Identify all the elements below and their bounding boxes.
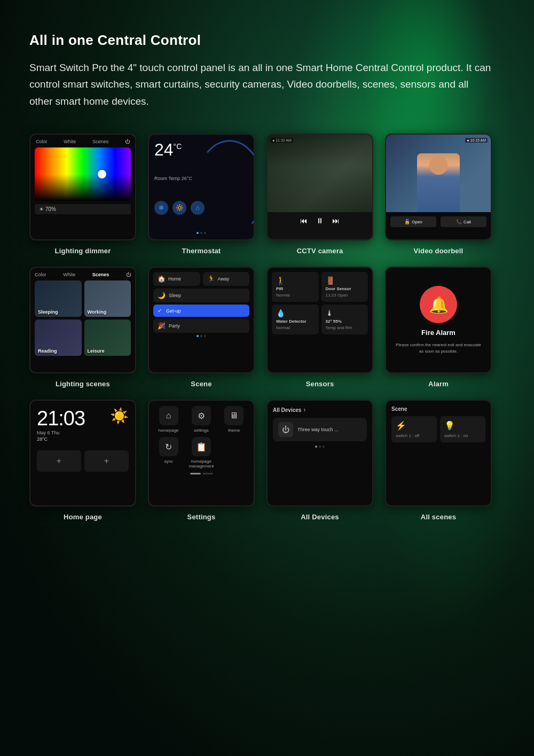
water-name: Water Detector xyxy=(276,319,315,324)
hp-shortcut-1[interactable]: + xyxy=(37,450,81,472)
device-alarm: 🔔 Fire Alarm Please confirm the nearest … xyxy=(385,267,492,388)
getup-label: Get-up xyxy=(166,308,181,314)
scene-mode-home[interactable]: 🏠 Home xyxy=(153,272,200,286)
scene-schedule-sleep[interactable]: 🌙 Sleep xyxy=(153,289,249,302)
scenes-color-tab[interactable]: Color xyxy=(35,272,46,277)
color-picker[interactable] xyxy=(35,147,131,201)
cctv-video-feed: ● 11:32 AM xyxy=(268,135,372,212)
lighting-white-tab[interactable]: White xyxy=(64,139,76,144)
switch-icon: ⏻ xyxy=(278,422,293,437)
lighting-color-tab[interactable]: Color xyxy=(36,139,48,144)
thermo-heat-btn[interactable]: 🔆 xyxy=(172,201,186,215)
switch-off-label: switch 1 : off xyxy=(396,433,433,438)
device-label-settings: Settings xyxy=(187,513,216,521)
weather-sun-icon: ☀️ xyxy=(110,407,129,425)
lighting-scenes-tab[interactable]: Scenes xyxy=(92,139,108,144)
sync-icon: ↻ xyxy=(159,437,178,456)
device-lighting-scenes: Color White Scenes ⏻ Sleeping Working Re… xyxy=(29,267,136,388)
screen-sensors: 🚶 PIR Normal 🚪 Door Sensor 11:23 Open 💧 … xyxy=(266,267,373,373)
settings-item-theme[interactable]: 🖥 theme xyxy=(220,406,248,433)
scene-mode-home-label: Home xyxy=(168,276,181,282)
device-label-doorbell: Video doorbell xyxy=(414,247,464,255)
lighting-power-icon[interactable]: ⏻ xyxy=(125,139,130,144)
doorbell-timestamp: ● 10:15 AM xyxy=(465,138,488,143)
sleep-icon: 🌙 xyxy=(158,292,166,299)
away-icon: 🏃 xyxy=(207,275,215,283)
scene-schedule-getup[interactable]: ✓ Get-up xyxy=(153,305,249,317)
allscene-switch-on[interactable]: 💡 switch 1 : on xyxy=(440,416,485,442)
scenes-white-tab[interactable]: White xyxy=(63,272,75,277)
water-icon: 💧 xyxy=(276,309,315,317)
scenes-top-bar: Color White Scenes ⏻ xyxy=(35,272,131,277)
allscenes-grid: ⚡ switch 1 : off 💡 switch 1 : on xyxy=(391,416,485,442)
doorbell-footer: 🔓 Open 📞 Call xyxy=(386,212,491,231)
device-settings: ⌂ homepage ⚙ settings 🖥 theme ↻ sync xyxy=(148,400,255,521)
cctv-prev-btn[interactable]: ⏮ xyxy=(300,216,308,225)
screen-scene: 🏠 Home 🏃 Away 🌙 Sleep ✓ Get-u xyxy=(148,267,255,373)
settings-label-homepage: homepage xyxy=(159,428,179,433)
brightness-value: ☀ 70% xyxy=(39,206,56,212)
doorbell-open-btn[interactable]: 🔓 Open xyxy=(390,216,436,227)
allscene-switch-off[interactable]: ⚡ switch 1 : off xyxy=(391,416,437,442)
thermo-controls: ❄ 🔆 ⌂ xyxy=(154,201,248,215)
device-label-lighting-dimmer: Lighting dimmer xyxy=(55,247,111,255)
device-label-alarm: Alarm xyxy=(428,380,449,388)
open-icon: 🔓 xyxy=(404,219,410,224)
device-sensors: 🚶 PIR Normal 🚪 Door Sensor 11:23 Open 💧 … xyxy=(266,267,373,388)
scenes-power-icon[interactable]: ⏻ xyxy=(126,272,131,277)
sensor-temp-rh: 🌡 32° 55% Temp and RH xyxy=(321,305,368,334)
scene-modes: 🏠 Home 🏃 Away xyxy=(153,272,249,286)
screen-thermostat: 24°C Room Temp 26°C ❄ 🔆 ⌂ xyxy=(148,134,255,240)
doorbell-person xyxy=(417,153,460,212)
device-label-allscenes: All scenes xyxy=(421,513,456,521)
alarm-bell-circle: 🔔 xyxy=(420,286,457,323)
settings-item-homepage-mgmt[interactable]: 📋 homepage management xyxy=(187,437,215,469)
scene-label-sleeping: Sleeping xyxy=(38,309,58,315)
settings-label-sync: sync xyxy=(164,459,172,464)
scene-label-reading: Reading xyxy=(38,348,57,354)
device-label-cctv: CCTV camera xyxy=(297,247,343,255)
scene-schedule-party[interactable]: 🎉 Party xyxy=(153,319,249,333)
temp-name: 32° 55% xyxy=(326,319,364,324)
scene-tile-reading[interactable]: Reading xyxy=(35,319,82,356)
hp-clock: 21:03 xyxy=(37,407,85,430)
doorbell-video-feed: ● 10:15 AM xyxy=(386,135,491,212)
homepage-icon: ⌂ xyxy=(159,406,178,425)
party-label: Party xyxy=(169,323,180,329)
device-lighting-dimmer: Color White Scenes ⏻ ☀ 70% Lighting dimm… xyxy=(29,134,136,255)
alldev-section-title: All Devices xyxy=(273,406,367,414)
call-label: Call xyxy=(464,220,471,224)
scene-mode-away-label: Away xyxy=(218,276,230,282)
settings-page-dots xyxy=(154,473,248,474)
temp-status: Temp and RH xyxy=(326,325,364,330)
device-alldevices: All Devices ⏻ Three way touch ... All De… xyxy=(266,400,373,521)
scene-tile-leisure[interactable]: Leisure xyxy=(84,319,131,356)
alldev-device-item[interactable]: ⏻ Three way touch ... xyxy=(273,418,367,441)
settings-item-settings[interactable]: ⚙ settings xyxy=(187,406,215,433)
device-label-thermostat: Thermostat xyxy=(182,247,221,255)
door-icon: 🚪 xyxy=(326,276,364,285)
scene-mode-away[interactable]: 🏃 Away xyxy=(203,272,250,286)
water-status: Normal xyxy=(276,325,315,330)
scene-tile-sleeping[interactable]: Sleeping xyxy=(35,280,82,317)
thermo-cool-btn[interactable]: ❄ xyxy=(154,201,168,215)
cctv-next-btn[interactable]: ⏭ xyxy=(332,216,340,225)
scene-tile-working[interactable]: Working xyxy=(84,280,131,317)
party-icon: 🎉 xyxy=(158,322,166,330)
sensor-water: 💧 Water Detector Normal xyxy=(272,305,319,334)
hp-temp: 28°C xyxy=(37,437,85,442)
settings-item-homepage[interactable]: ⌂ homepage xyxy=(154,406,183,433)
thermo-fan-btn[interactable]: ⌂ xyxy=(191,201,205,215)
cctv-play-btn[interactable]: ⏸ xyxy=(316,216,324,225)
settings-label-theme: theme xyxy=(228,428,240,433)
hp-shortcuts: + + xyxy=(37,450,129,472)
doorbell-call-btn[interactable]: 📞 Call xyxy=(441,216,486,227)
settings-item-sync[interactable]: ↻ sync xyxy=(154,437,183,469)
scenes-scenes-tab[interactable]: Scenes xyxy=(92,272,109,277)
settings-grid: ⌂ homepage ⚙ settings 🖥 theme ↻ sync xyxy=(154,406,248,469)
screen-alarm: 🔔 Fire Alarm Please confirm the nearest … xyxy=(385,267,492,373)
device-label-scene: Scene xyxy=(191,380,211,388)
screen-doorbell: ● 10:15 AM 🔓 Open 📞 Call xyxy=(385,134,492,240)
hp-shortcut-2[interactable]: + xyxy=(84,450,129,472)
open-label: Open xyxy=(412,220,422,224)
